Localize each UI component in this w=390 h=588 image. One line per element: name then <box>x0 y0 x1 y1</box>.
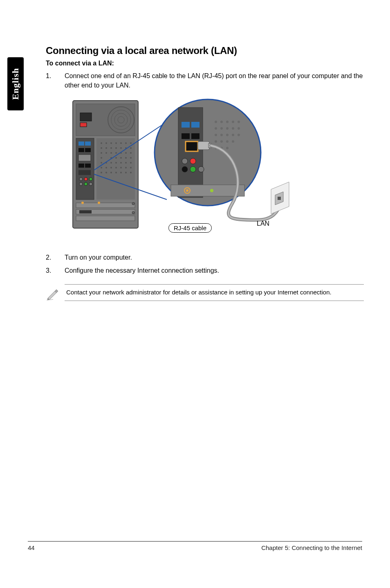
svg-point-29 <box>125 152 127 154</box>
step-number: 1. <box>46 71 65 90</box>
svg-point-108 <box>238 134 240 136</box>
svg-point-107 <box>232 134 234 136</box>
step-2: 2. Turn on your computer. <box>46 253 364 262</box>
svg-point-67 <box>84 177 87 181</box>
svg-rect-72 <box>76 203 135 208</box>
svg-point-93 <box>198 166 204 172</box>
svg-point-94 <box>215 121 217 123</box>
svg-point-119 <box>210 189 213 192</box>
section-subheading: To connect via a LAN: <box>46 60 364 67</box>
pencil-note-icon <box>46 284 65 302</box>
svg-point-101 <box>226 127 229 130</box>
svg-point-37 <box>101 162 102 164</box>
svg-point-110 <box>220 140 223 143</box>
svg-point-53 <box>110 172 112 173</box>
lan-callout: LAN <box>257 220 269 227</box>
svg-point-112 <box>232 140 234 143</box>
page-footer: 44 Chapter 5: Connecting to the Internet <box>28 541 362 551</box>
svg-point-16 <box>130 142 132 144</box>
svg-point-24 <box>101 152 102 154</box>
svg-point-99 <box>215 127 217 130</box>
svg-point-35 <box>125 157 127 159</box>
svg-point-18 <box>105 147 107 149</box>
svg-rect-7 <box>80 123 87 127</box>
svg-rect-124 <box>278 197 281 200</box>
svg-point-51 <box>101 172 102 173</box>
svg-point-11 <box>105 142 107 144</box>
svg-point-50 <box>130 167 132 168</box>
svg-point-13 <box>115 142 117 144</box>
svg-point-12 <box>110 142 112 144</box>
step-text: Configure the necessary Internet connect… <box>65 266 364 275</box>
svg-point-14 <box>120 142 122 144</box>
svg-point-57 <box>130 172 132 173</box>
svg-point-48 <box>120 167 122 168</box>
language-tab-label: English <box>10 68 21 100</box>
main-content: Connecting via a local area network (LAN… <box>46 45 364 302</box>
svg-point-96 <box>226 121 229 123</box>
svg-point-92 <box>190 166 196 172</box>
svg-point-100 <box>220 127 223 130</box>
svg-rect-87 <box>191 133 199 139</box>
svg-point-54 <box>115 172 117 173</box>
svg-point-79 <box>98 202 100 204</box>
svg-point-31 <box>101 157 102 159</box>
svg-point-104 <box>215 134 217 136</box>
svg-point-20 <box>115 147 117 149</box>
step-1: 1. Connect one end of an RJ-45 cable to … <box>46 71 364 90</box>
svg-point-21 <box>120 147 122 149</box>
chapter-title: Chapter 5: Connecting to the Internet <box>261 544 362 551</box>
svg-point-44 <box>101 167 102 168</box>
svg-rect-120 <box>198 141 209 150</box>
note-text: Contact your network administrator for d… <box>65 284 364 301</box>
svg-point-10 <box>101 142 102 144</box>
svg-point-109 <box>215 140 217 143</box>
svg-rect-59 <box>85 141 91 146</box>
svg-point-19 <box>110 147 112 149</box>
svg-rect-86 <box>182 133 190 139</box>
svg-point-33 <box>115 157 117 159</box>
svg-rect-84 <box>182 122 190 128</box>
section-heading: Connecting via a local area network (LAN… <box>46 45 364 56</box>
svg-point-27 <box>115 152 117 154</box>
svg-point-15 <box>125 142 127 144</box>
svg-rect-60 <box>78 148 84 152</box>
rj45-cable-callout: RJ-45 cable <box>168 223 212 233</box>
svg-point-91 <box>182 166 188 172</box>
svg-rect-83 <box>178 108 203 197</box>
step-text: Turn on your computer. <box>65 253 364 262</box>
step-text: Connect one end of an RJ-45 cable to the… <box>65 71 364 90</box>
svg-point-46 <box>110 167 112 168</box>
svg-point-78 <box>81 202 84 204</box>
svg-point-23 <box>130 147 132 149</box>
svg-point-89 <box>182 158 188 164</box>
svg-point-56 <box>125 172 127 173</box>
svg-point-17 <box>101 147 102 149</box>
svg-point-68 <box>89 177 92 181</box>
svg-point-105 <box>220 134 223 136</box>
svg-point-95 <box>220 121 223 123</box>
svg-point-118 <box>186 189 188 192</box>
svg-point-26 <box>110 152 112 154</box>
svg-point-106 <box>226 134 229 136</box>
svg-rect-8 <box>76 138 94 200</box>
step-number: 3. <box>46 266 65 275</box>
svg-point-36 <box>130 157 132 159</box>
svg-point-43 <box>130 162 132 164</box>
svg-rect-62 <box>78 155 91 161</box>
svg-rect-61 <box>85 148 91 152</box>
svg-point-90 <box>190 158 196 164</box>
svg-point-115 <box>226 147 229 149</box>
svg-point-111 <box>226 140 229 143</box>
svg-point-30 <box>130 152 132 154</box>
svg-point-40 <box>115 162 117 164</box>
svg-rect-116 <box>171 185 244 196</box>
svg-point-71 <box>89 182 92 186</box>
svg-rect-58 <box>78 141 84 146</box>
figure-svg: <#circle cx="102" cy="148" r="2"/> <box>65 97 294 236</box>
svg-point-97 <box>232 121 234 123</box>
svg-point-34 <box>120 157 122 159</box>
svg-rect-75 <box>79 210 92 213</box>
lan-connection-figure: <#circle cx="102" cy="148" r="2"/> <box>65 97 294 236</box>
svg-point-42 <box>125 162 127 164</box>
